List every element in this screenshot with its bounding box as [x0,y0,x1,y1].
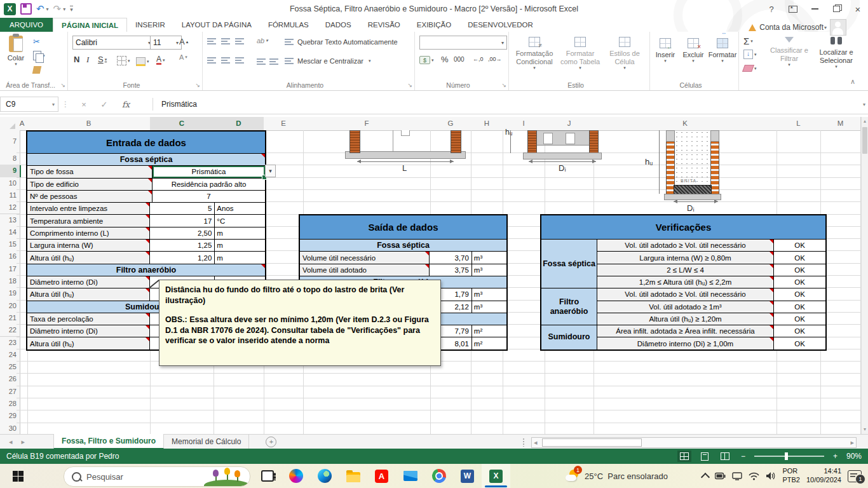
ribbon-tab-fórmulas[interactable]: FÓRMULAS [260,18,317,32]
verif-result[interactable]: OK [774,252,825,263]
verif-condition[interactable]: Vol. útil adotado ≥ Vol. útil necessário [597,288,774,300]
table-row-label[interactable]: Diâmetro interno (Di) [27,325,150,337]
undo-dropdown-icon[interactable]: ▾ [46,6,49,12]
expand-formula-bar-icon[interactable]: ▾ [863,102,865,107]
clock[interactable]: 14:4110/09/2024 [806,467,841,485]
row-header-8[interactable]: 8 [0,152,20,165]
taskbar-icon-excel[interactable]: X [482,464,510,488]
excel-app-icon[interactable]: X [4,3,16,15]
verif-condition[interactable]: Largura interna (W) ≥ 0,80m [597,252,774,263]
add-sheet-button[interactable]: + [266,437,276,447]
copy-button[interactable]: ▾ [33,51,45,60]
zoom-slider-thumb[interactable] [785,452,788,460]
section-header[interactable]: Fossa séptica [300,240,506,251]
search-box[interactable]: Pesquisar [64,466,250,487]
sheet-nav-left-icon[interactable]: ◂ [9,438,13,446]
sheet-tab-memorial[interactable]: Memorial de Cálculo [164,435,249,449]
row-header-11[interactable]: 11 [0,189,20,202]
row-header-26[interactable]: 26 [0,373,20,386]
table-row-label[interactable]: Taxa de percolação [27,313,150,325]
merge-center-button[interactable]: Mesclar e Centralizar▾ [285,57,370,65]
row-header-29[interactable]: 29 [0,410,20,423]
column-header-M[interactable]: M [820,117,861,131]
verif-result[interactable]: OK [774,264,825,276]
vertical-scroll-thumb[interactable] [862,127,867,154]
verif-condition[interactable]: Vol. útil adotado ≥ Vol. útil necessário [597,240,774,251]
table-row-unit[interactable]: m³ [472,301,506,313]
ribbon-tab-inserir[interactable]: INSERIR [127,18,173,32]
row-header-19[interactable]: 19 [0,287,20,300]
verif-result[interactable]: OK [774,325,825,337]
column-header-D[interactable]: D [214,117,264,132]
qat-customize-icon[interactable]: ▾ [70,6,73,13]
select-all-corner[interactable] [0,117,17,131]
column-header-E[interactable]: E [264,117,304,131]
wifi-icon[interactable] [749,472,759,480]
restore-button[interactable] [831,4,841,14]
minimize-button[interactable] [810,4,820,14]
row-header-14[interactable]: 14 [0,226,20,239]
close-button[interactable]: × [853,4,863,14]
cast-icon[interactable] [732,472,742,480]
notification-center-icon[interactable]: 1 [848,470,862,482]
table-title[interactable]: Entrada de dados [27,132,265,153]
table-row-label[interactable]: Largura interna (W) [27,240,150,251]
row-header-13[interactable]: 13 [0,214,20,227]
font-color-button[interactable]: A▾ [156,55,165,65]
taskbar-icon-edge[interactable] [310,464,339,488]
row-header-7[interactable]: 7 [0,130,20,153]
vertical-align-buttons[interactable] [207,38,244,45]
zoom-level[interactable]: 90% [846,452,862,461]
row-header-22[interactable]: 22 [0,324,20,337]
verif-condition[interactable]: Altura útil (hᵤ) ≥ 1,20m [597,313,774,325]
row-header-20[interactable]: 20 [0,300,20,313]
verif-condition[interactable]: Diâmetro interno (Di) ≥ 1,00m [597,337,774,349]
underline-button[interactable]: S▾ [98,55,107,64]
tab-scroll-splitter[interactable] [522,438,525,447]
verif-result[interactable]: OK [774,288,825,300]
verif-category[interactable]: Filtro anaeróbio [541,288,597,325]
column-header-J[interactable]: J [545,117,594,131]
taskbar-icon-chrome[interactable] [424,464,453,488]
verif-result[interactable]: OK [774,337,825,349]
ribbon-tab-exibição[interactable]: EXIBIÇÃO [409,18,459,32]
table-row-unit[interactable]: m² [472,337,506,349]
table-title[interactable]: Verificações [541,215,825,240]
page-layout-view-button[interactable] [698,451,712,462]
ribbon-tab-layout-da-página[interactable]: LAYOUT DA PÁGINA [173,18,260,32]
paste-button[interactable]: Colar ▾ [4,36,28,67]
taskbar-icon-file-explorer[interactable] [339,464,367,488]
row-header-24[interactable]: 24 [0,349,20,362]
sheet-tab-active[interactable]: Fossa, Filtro e Sumidouro [53,434,164,449]
verif-category[interactable]: Fossa séptica [541,240,597,288]
table-title[interactable]: Saída de dados [300,215,506,240]
comma-style-button[interactable]: 000 [454,56,465,63]
table-row-value[interactable]: 17 [150,215,215,226]
column-header-B[interactable]: B [27,117,151,131]
verif-result[interactable]: OK [774,301,825,313]
row-header-27[interactable]: 27 [0,386,20,398]
table-row-unit[interactable]: m³ [472,252,506,263]
weather-widget[interactable]: 1 25°C Parc ensolarado [566,464,668,488]
ribbon-tab-dados[interactable]: DADOS [317,18,360,32]
formula-input[interactable]: Prismática [158,97,857,112]
verif-condition[interactable]: 1,2m ≤ Altura útil (hᵤ) ≤ 2,2m [597,276,774,288]
delete-cells-button[interactable]: × Excluir▾ [680,38,707,64]
ribbon-display-button[interactable] [788,4,798,14]
scroll-down-icon[interactable]: ▾ [862,425,868,434]
insert-cells-button[interactable]: ← Inserir▾ [652,38,679,64]
table-row-value[interactable]: 5 [150,203,215,214]
verif-result[interactable]: OK [774,240,825,251]
account-dropdown-icon[interactable]: ▾ [824,25,827,30]
hscroll-right-icon[interactable]: ▸ [850,438,854,447]
autosum-button[interactable]: Σ▾ [743,36,753,46]
table-row-unit[interactable]: m [215,240,265,251]
hscroll-left-icon[interactable]: ◂ [534,438,538,447]
column-header-F[interactable]: F [303,117,431,131]
page-break-view-button[interactable] [718,451,732,462]
verif-condition[interactable]: 2 ≤ L/W ≤ 4 [597,264,774,276]
insert-function-icon[interactable]: fx [116,97,136,112]
row-header-25[interactable]: 25 [0,361,20,374]
table-row-label[interactable]: Tipo de fossa [27,166,153,177]
percent-button[interactable]: % [441,55,449,64]
